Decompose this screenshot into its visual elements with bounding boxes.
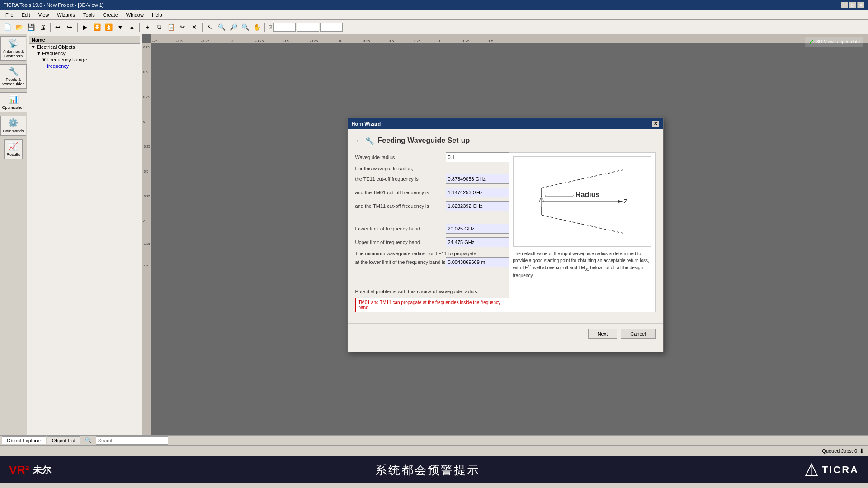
delete-btn[interactable]: ✕	[189, 22, 200, 33]
upper-freq-row: Upper limit of frequency band	[355, 237, 509, 247]
queued-jobs-label: Queued Jobs: 0	[822, 448, 857, 454]
menu-bar: File Edit View Wizards Tools Create Wind…	[0, 10, 868, 20]
down-btn[interactable]: ▼	[115, 22, 126, 33]
upper-freq-label: Upper limit of frequency band	[355, 239, 446, 245]
spacer1	[355, 215, 509, 224]
select-btn[interactable]: ↖	[204, 22, 215, 33]
zoom-fit-btn[interactable]: 🔍	[216, 22, 227, 33]
zoom-in-btn[interactable]: 🔎	[228, 22, 239, 33]
ticra-graphic	[805, 463, 818, 477]
menu-edit[interactable]: Edit	[18, 11, 34, 19]
coord-y-input[interactable]: 0.0	[297, 23, 319, 32]
diagram-svg: Radius Z	[533, 161, 632, 242]
commands-btn[interactable]: ⚙️ Commands	[0, 116, 26, 136]
modal-close-btn[interactable]: ✕	[652, 121, 659, 127]
footer-right: TICRA	[805, 463, 859, 477]
tab-object-explorer[interactable]: Object Explorer	[2, 436, 46, 444]
tree-label-frequency-leaf: frequency	[47, 63, 69, 69]
upper-freq-value	[446, 237, 513, 247]
menu-help[interactable]: Help	[148, 11, 166, 19]
tab-object-list[interactable]: Object List	[47, 436, 80, 444]
sep4	[202, 23, 203, 32]
tm01-row: and the TM01 cut-off frequency is	[355, 188, 509, 197]
tree-item-frequency-leaf[interactable]: frequency	[29, 63, 140, 69]
modal-back-btn[interactable]: ←	[355, 137, 362, 144]
footer-vr-logo: VR²	[9, 463, 29, 477]
tm11-row: and the TM11 cut-off frequency is	[355, 201, 509, 211]
pan-btn[interactable]: ✋	[251, 22, 262, 33]
te11-label: the TE11 cut-off frequency is	[355, 176, 446, 182]
results-btn[interactable]: 📈 Results	[4, 139, 22, 159]
coord-x-input[interactable]: 0.0	[273, 23, 296, 32]
cut-btn[interactable]: ✂	[177, 22, 188, 33]
queued-jobs-icon: ⬇	[859, 447, 864, 455]
lower-freq-row: Lower limit of frequency band	[355, 224, 509, 234]
step-up-btn[interactable]: ⏫	[103, 22, 114, 33]
info-line1: The default value of the input waveguide…	[513, 251, 649, 278]
tree-item-electrical[interactable]: ▼ Electrical Objects	[29, 44, 140, 50]
spacer2	[355, 271, 509, 289]
feeds-icon: 🔧	[9, 66, 19, 76]
modal-titlebar: Horn Wizard ✕	[348, 118, 663, 129]
title-bar-controls[interactable]: − □ ✕	[841, 2, 864, 8]
for-this-waveguide-text: For this waveguide radius,	[355, 166, 509, 171]
up-btn[interactable]: ▲	[127, 22, 137, 33]
waveguide-radius-input[interactable]	[446, 152, 512, 162]
save-btn[interactable]: 💾	[25, 22, 36, 33]
min-radius-label2: at the lower limit of the frequency band…	[355, 259, 446, 265]
warning-text: TM01 and TM11 can propagate at the frequ…	[359, 300, 500, 310]
tree-header: Name	[29, 36, 140, 44]
menu-wizards[interactable]: Wizards	[53, 11, 79, 19]
svg-line-5	[539, 196, 542, 202]
new-btn[interactable]: 📄	[2, 22, 13, 33]
modal-footer: Next Cancel	[348, 323, 663, 344]
modal-title: Feeding Waveguide Set-up	[378, 136, 470, 145]
minimize-btn[interactable]: −	[841, 2, 848, 8]
optimisation-label: Optimisation	[2, 105, 24, 110]
cancel-btn[interactable]: Cancel	[621, 329, 655, 339]
play-btn[interactable]: ▶	[80, 22, 90, 33]
feeds-waveguides-btn[interactable]: 🔧 Feeds &Waveguides	[0, 64, 27, 89]
tree-expand-frequency-range: ▼	[42, 57, 47, 62]
results-label: Results	[6, 152, 20, 157]
next-btn[interactable]: Next	[588, 329, 618, 339]
menu-view[interactable]: View	[35, 11, 53, 19]
menu-file[interactable]: File	[2, 11, 17, 19]
commands-label: Commands	[3, 129, 24, 133]
redo-btn[interactable]: ↪	[64, 22, 75, 33]
sep3	[139, 23, 140, 32]
svg-line-0	[542, 170, 623, 188]
min-radius-label1: The minimum waveguide radius, for TE11 t…	[355, 251, 509, 256]
antennas-label: Antennas &Scatterers	[3, 49, 24, 58]
copy-btn[interactable]: ⧉	[154, 22, 165, 33]
close-btn[interactable]: ✕	[857, 2, 864, 8]
print-btn[interactable]: 🖨	[37, 22, 48, 33]
lower-freq-value	[446, 224, 513, 234]
step-down-btn[interactable]: ⏬	[91, 22, 102, 33]
commands-icon: ⚙️	[8, 118, 18, 128]
warning-box: TM01 and TM11 can propagate at the frequ…	[355, 298, 509, 312]
lower-freq-label: Lower limit of frequency band	[355, 226, 446, 231]
zoom-out-btn[interactable]: 🔍	[240, 22, 250, 33]
paste-btn[interactable]: 📋	[165, 22, 176, 33]
add-btn[interactable]: +	[142, 22, 153, 33]
menu-tools[interactable]: Tools	[80, 11, 99, 19]
coord-z-input[interactable]: 0.0	[320, 23, 343, 32]
tree-item-frequency-range[interactable]: ▼ Frequency Range	[29, 56, 140, 63]
tree-expand-electrical: ▼	[31, 44, 36, 50]
tree-item-frequency[interactable]: ▼ Frequency	[29, 50, 140, 56]
modal-content: Waveguide radius m ▾ For this waveguide …	[355, 152, 656, 312]
search-input[interactable]	[96, 436, 168, 445]
menu-window[interactable]: Window	[123, 11, 147, 19]
optimisation-icon: 📊	[9, 94, 19, 104]
problems-label: Potential problems with this choice of w…	[355, 289, 509, 294]
menu-create[interactable]: Create	[99, 11, 122, 19]
open-btn[interactable]: 📂	[14, 22, 24, 33]
optimisation-btn[interactable]: 📊 Optimisation	[0, 92, 27, 112]
canvas-area[interactable]: -75 -1.5 -1.25 -1 -0.75 -0.5 -0.25 0 0.2…	[142, 34, 868, 435]
undo-btn[interactable]: ↩	[52, 22, 63, 33]
modal-right-panel: Radius Z	[509, 152, 656, 312]
antennas-scatterers-btn[interactable]: 📡 Antennas &Scatterers	[0, 36, 26, 61]
status-bar: Queued Jobs: 0 ⬇	[0, 445, 868, 456]
maximize-btn[interactable]: □	[849, 2, 856, 8]
